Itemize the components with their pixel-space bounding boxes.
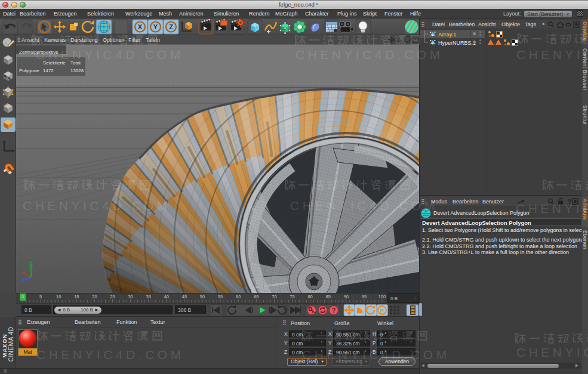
svg-text:P: P — [380, 308, 384, 314]
svg-text:60: 60 — [236, 294, 241, 299]
svg-text:0: 0 — [21, 294, 24, 299]
svg-text:X: X — [138, 23, 143, 30]
svg-text:40: 40 — [164, 294, 169, 299]
svg-text:50: 50 — [200, 294, 205, 299]
svg-text:30: 30 — [128, 294, 133, 299]
svg-text:?: ? — [332, 307, 336, 314]
svg-text:Y: Y — [153, 23, 158, 30]
svg-text:35: 35 — [146, 294, 151, 299]
svg-text:75: 75 — [290, 294, 294, 299]
svg-text:80: 80 — [307, 294, 312, 299]
svg-text:25: 25 — [110, 294, 115, 299]
svg-text:70: 70 — [272, 294, 276, 299]
svg-text:10: 10 — [56, 294, 61, 299]
svg-text:90: 90 — [344, 294, 349, 299]
svg-text:85: 85 — [326, 294, 331, 299]
svg-text:Z: Z — [169, 23, 173, 30]
svg-text:55: 55 — [218, 294, 223, 299]
svg-text:X: X — [22, 270, 26, 276]
svg-text:15: 15 — [74, 294, 79, 299]
svg-text:45: 45 — [182, 294, 187, 299]
svg-text:Y: Y — [29, 260, 33, 266]
svg-text:65: 65 — [254, 294, 258, 299]
svg-text:100: 100 — [378, 294, 386, 299]
svg-text:5: 5 — [39, 294, 42, 299]
svg-text:20: 20 — [92, 294, 97, 299]
svg-text:95: 95 — [362, 294, 367, 299]
